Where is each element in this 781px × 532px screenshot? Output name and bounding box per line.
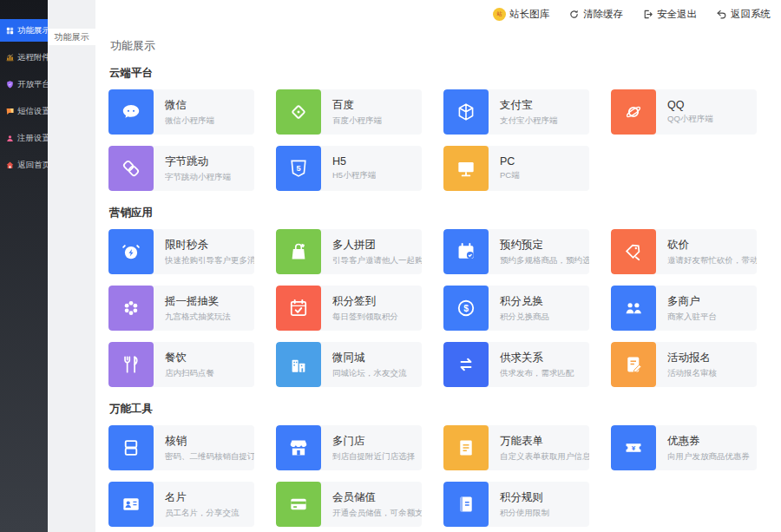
section-title-marketing-apps: 营销应用 — [109, 206, 758, 220]
group-buy-bag-icon — [276, 229, 321, 274]
user-icon — [5, 134, 15, 143]
card-group-buy[interactable]: 多人拼团引导客户邀请他人一起购买 — [276, 229, 422, 274]
card-dining[interactable]: 餐饮店内扫码点餐 — [108, 342, 254, 387]
card-universal-form[interactable]: 万能表单自定义表单获取用户信息 — [443, 425, 589, 470]
price-tag-icon — [611, 229, 656, 274]
card-subtitle: 百度小程序端 — [332, 115, 382, 127]
card-activity-signup[interactable]: 活动报名活动报名审核 — [611, 342, 757, 387]
calendar-check-icon — [443, 229, 489, 274]
card-subtitle: 商家入驻平台 — [667, 312, 717, 323]
card-title: 会员储值 — [332, 490, 422, 505]
card-subtitle: 店内扫码点餐 — [165, 368, 214, 379]
card-micro-city[interactable]: 微同城同城论坛，水友交流 — [276, 342, 422, 387]
sidebar-item-label: 注册设置 — [17, 133, 50, 144]
card-subtitle: 积分使用限制 — [500, 508, 549, 519]
stored-value-card-icon — [276, 482, 321, 527]
topbar-item-image-library[interactable]: 站 站长图库 — [493, 8, 549, 21]
card-subtitle: QQ小程序端 — [667, 114, 713, 125]
card-subtitle: 每日签到领取积分 — [332, 312, 398, 323]
app-window: 功能展示 远程附件 开放平台 短信设置 注册设置 返回首页 功能展示 站 — [0, 0, 781, 532]
card-points-checkin[interactable]: 积分签到每日签到领取积分 — [276, 286, 422, 331]
card-qq[interactable]: QQQQ小程序端 — [611, 89, 757, 135]
card-baidu[interactable]: 百度百度小程序端 — [276, 89, 422, 135]
subnav-tab-feature-display[interactable]: 功能展示 — [48, 29, 95, 45]
card-title: 积分兑换 — [500, 294, 549, 309]
card-supply-demand[interactable]: 供求关系供求发布，需求匹配 — [443, 342, 589, 387]
card-verification[interactable]: 核销密码、二维码核销自提订单 — [108, 425, 254, 470]
card-bytedance[interactable]: 字节跳动字节跳动小程序端 — [108, 146, 254, 191]
card-pc[interactable]: PCPC端 — [443, 146, 589, 191]
bytedance-icon — [108, 146, 154, 191]
primary-sidebar: 功能展示 远程附件 开放平台 短信设置 注册设置 返回首页 — [0, 0, 48, 532]
card-subtitle: 微信小程序端 — [165, 115, 214, 127]
card-subtitle: 字节跳动小程序端 — [165, 172, 231, 183]
card-title: 名片 — [165, 490, 240, 505]
card-title: 积分规则 — [500, 490, 549, 505]
card-subtitle: 快速抢购引导客户更多消费 — [165, 255, 254, 266]
card-points-rule[interactable]: 积分规则积分使用限制 — [443, 482, 589, 527]
card-title: 微同城 — [332, 351, 407, 365]
card-multi-store[interactable]: 多门店到店自提附近门店选择 — [276, 425, 422, 470]
card-title: 万能表单 — [500, 434, 589, 449]
sidebar-item-back-home[interactable]: 返回首页 — [0, 154, 48, 176]
card-title: 预约预定 — [500, 238, 589, 253]
dashboard-grid-icon — [5, 26, 15, 36]
topbar-item-label: 站长图库 — [509, 8, 549, 21]
card-member-stored-value[interactable]: 会员储值开通会员储值，可余额支付 — [276, 482, 422, 527]
card-subtitle: 到店自提附近门店选择 — [332, 451, 415, 463]
qq-planet-icon — [611, 89, 656, 135]
page-title: 功能展示 — [110, 38, 781, 54]
sidebar-item-feature-display[interactable]: 功能展示 — [0, 19, 48, 42]
card-lottery[interactable]: 摇一摇抽奖九宫格式抽奖玩法 — [108, 286, 254, 331]
card-title: PC — [500, 155, 520, 167]
card-subtitle: 邀请好友帮忙砍价，带动新客 — [667, 255, 757, 266]
message-icon — [5, 107, 15, 116]
store-icon — [276, 425, 321, 470]
marketing-apps-grid: 限时秒杀快速抢购引导客户更多消费 多人拼团引导客户邀请他人一起购买 预约预定预约… — [108, 229, 758, 387]
sidebar-item-sms-settings[interactable]: 短信设置 — [0, 100, 48, 122]
sidebar-item-open-platform[interactable]: 开放平台 — [0, 73, 48, 95]
card-subtitle: 供求发布，需求匹配 — [500, 368, 574, 379]
card-bargain[interactable]: 砍价邀请好友帮忙砍价，带动新客 — [611, 229, 757, 274]
sidebar-item-label: 远程附件 — [17, 52, 50, 63]
topbar-item-label: 返回系统 — [731, 8, 771, 21]
card-title: 优惠券 — [667, 434, 750, 449]
card-multi-merchant[interactable]: 多商户商家入驻平台 — [611, 286, 757, 331]
card-title: QQ — [667, 99, 713, 111]
pc-monitor-icon — [443, 146, 489, 191]
card-wechat[interactable]: 微信微信小程序端 — [108, 89, 254, 135]
card-subtitle: 引导客户邀请他人一起购买 — [332, 255, 422, 266]
topbar-item-return-system[interactable]: 返回系统 — [716, 8, 771, 21]
return-icon — [716, 9, 727, 20]
card-flash-sale[interactable]: 限时秒杀快速抢购引导客户更多消费 — [108, 229, 254, 274]
main-area: 站 站长图库 清除缓存 安全退出 返回系统 功能展示 云端平台 — [95, 0, 781, 532]
card-reservation[interactable]: 预约预定预约多规格商品，预约选座 — [443, 229, 589, 274]
card-business-card[interactable]: 名片员工名片，分享交流 — [108, 482, 254, 527]
sidebar-item-label: 功能展示 — [17, 25, 50, 36]
city-building-icon — [276, 342, 321, 387]
sidebar-item-label: 开放平台 — [17, 79, 50, 90]
card-points-exchange[interactable]: 积分兑换积分兑换商品 — [443, 286, 589, 331]
sidebar-item-register-settings[interactable]: 注册设置 — [0, 127, 48, 149]
card-subtitle: 积分兑换商品 — [500, 312, 549, 323]
card-alipay[interactable]: 支付宝支付宝小程序端 — [443, 89, 589, 135]
card-coupon[interactable]: 优惠券向用户发放商品优惠券 — [611, 425, 757, 470]
shield-icon — [5, 80, 15, 89]
chart-icon — [5, 53, 15, 62]
calendar-checkin-icon — [276, 286, 321, 331]
card-title: 核销 — [165, 434, 254, 449]
card-title: H5 — [332, 155, 376, 167]
logout-icon — [642, 9, 653, 20]
card-h5[interactable]: H5H5小程序端 — [276, 146, 422, 191]
topbar-item-safe-logout[interactable]: 安全退出 — [642, 8, 697, 21]
card-subtitle: 开通会员储值，可余额支付 — [332, 508, 422, 519]
topbar-item-clear-cache[interactable]: 清除缓存 — [568, 8, 623, 21]
card-title: 多人拼团 — [332, 238, 422, 253]
card-title: 供求关系 — [500, 351, 574, 365]
card-title: 餐饮 — [165, 351, 214, 365]
sidebar-item-remote-attachment[interactable]: 远程附件 — [0, 46, 48, 69]
alipay-icon — [443, 89, 489, 135]
swap-arrows-icon — [443, 342, 489, 387]
topbar: 站 站长图库 清除缓存 安全退出 返回系统 — [95, 0, 781, 28]
wechat-icon — [108, 89, 154, 135]
